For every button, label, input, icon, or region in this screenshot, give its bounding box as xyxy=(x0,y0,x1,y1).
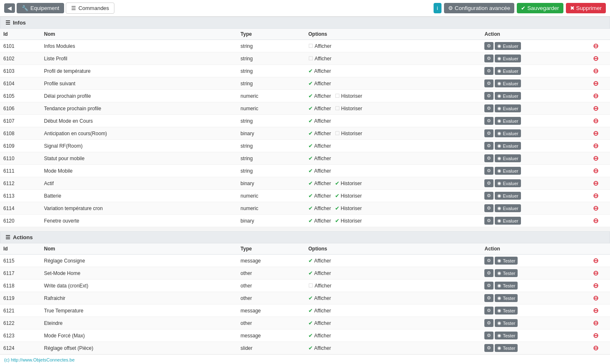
remove-button[interactable]: ⊖ xyxy=(593,344,598,352)
table-row: 6105 Délai prochain profile numeric ✔ Af… xyxy=(0,90,610,102)
tab-commands[interactable]: ☰ Commandes xyxy=(66,2,114,14)
remove-button[interactable]: ⊖ xyxy=(593,217,598,225)
row-id: 6112 xyxy=(0,177,41,190)
tester-button[interactable]: ◉ Tester xyxy=(495,269,518,277)
remove-button[interactable]: ⊖ xyxy=(593,179,598,187)
gear-button[interactable]: ⚙ xyxy=(484,179,493,187)
row-type: message xyxy=(237,305,305,317)
tester-button[interactable]: ◉ Tester xyxy=(495,294,518,302)
gear-button[interactable]: ⚙ xyxy=(484,104,493,112)
historiser-label: ✔ Historiser xyxy=(335,180,362,186)
evaluer-button[interactable]: ◉ Evaluer xyxy=(495,117,521,125)
gear-button[interactable]: ⚙ xyxy=(484,129,493,137)
evaluer-button[interactable]: ◉ Evaluer xyxy=(495,42,521,50)
row-action: ⚙ ◉ Evaluer xyxy=(481,65,590,77)
remove-button[interactable]: ⊖ xyxy=(593,42,598,50)
rss-icon: ◉ xyxy=(497,345,501,351)
evaluer-button[interactable]: ◉ Evaluer xyxy=(495,104,521,112)
gear-button[interactable]: ⚙ xyxy=(484,217,493,225)
remove-button[interactable]: ⊖ xyxy=(593,257,598,265)
table-row: 6124 Réglage offset (Pièce) slider ✔ Aff… xyxy=(0,342,610,354)
row-delete: ⊖ xyxy=(590,65,610,77)
tester-button[interactable]: ◉ Tester xyxy=(495,332,518,339)
remove-button[interactable]: ⊖ xyxy=(593,204,598,212)
gear-button[interactable]: ⚙ xyxy=(484,117,493,125)
remove-button[interactable]: ⊖ xyxy=(593,282,598,290)
evaluer-button[interactable]: ◉ Evaluer xyxy=(495,217,521,225)
info-button[interactable]: i xyxy=(434,3,441,13)
row-id: 6123 xyxy=(0,329,41,342)
gear-button[interactable]: ⚙ xyxy=(484,79,493,87)
gear-button[interactable]: ⚙ xyxy=(484,344,493,352)
action-buttons: ⚙ ◉ Evaluer xyxy=(484,142,586,150)
tab-equipment[interactable]: 🔧 Equipement xyxy=(17,3,64,13)
remove-button[interactable]: ⊖ xyxy=(593,294,598,302)
remove-button[interactable]: ⊖ xyxy=(593,104,598,112)
remove-button[interactable]: ⊖ xyxy=(593,154,598,162)
historiser-label: ✔ Historiser xyxy=(335,205,362,211)
row-action: ⚙ ◉ Tester xyxy=(481,329,590,342)
evaluer-button[interactable]: ◉ Evaluer xyxy=(495,54,521,62)
gear-button[interactable]: ⚙ xyxy=(484,319,493,327)
row-delete: ⊖ xyxy=(590,52,610,65)
tester-button[interactable]: ◉ Tester xyxy=(495,282,518,290)
remove-button[interactable]: ⊖ xyxy=(593,79,598,87)
gear-button[interactable]: ⚙ xyxy=(484,332,493,339)
tester-button[interactable]: ◉ Tester xyxy=(495,344,518,352)
evaluer-button[interactable]: ◉ Evaluer xyxy=(495,167,521,175)
tester-button[interactable]: ◉ Tester xyxy=(495,257,518,265)
gear-button[interactable]: ⚙ xyxy=(484,142,493,150)
row-options: ✔ Afficher ✔ Historiser xyxy=(305,190,481,202)
action-buttons: ⚙ ◉ Evaluer xyxy=(484,54,586,62)
row-id: 6108 xyxy=(0,127,41,140)
evaluer-button[interactable]: ◉ Evaluer xyxy=(495,179,521,187)
gear-button[interactable]: ⚙ xyxy=(484,42,493,50)
remove-button[interactable]: ⊖ xyxy=(593,129,598,137)
rss-icon: ◉ xyxy=(497,333,501,338)
remove-button[interactable]: ⊖ xyxy=(593,192,598,200)
remove-button[interactable]: ⊖ xyxy=(593,319,598,327)
evaluer-button[interactable]: ◉ Evaluer xyxy=(495,67,521,75)
remove-button[interactable]: ⊖ xyxy=(593,332,598,339)
gear-button[interactable]: ⚙ xyxy=(484,294,493,302)
config-button[interactable]: ⚙ Configuration avancée xyxy=(444,3,514,13)
remove-button[interactable]: ⊖ xyxy=(593,269,598,277)
gear-button[interactable]: ⚙ xyxy=(484,282,493,290)
gear-button[interactable]: ⚙ xyxy=(484,167,493,175)
row-action: ⚙ ◉ Tester xyxy=(481,317,590,329)
table-row: 6119 Rafraichir other ✔ Afficher ⚙ ◉ Tes… xyxy=(0,292,610,305)
gear-button[interactable]: ⚙ xyxy=(484,269,493,277)
gear-button[interactable]: ⚙ xyxy=(484,92,493,100)
row-type: other xyxy=(237,267,305,280)
commands-icon: ☰ xyxy=(71,5,76,11)
table-row: 6117 Set-Mode Home other ✔ Afficher ⚙ ◉ … xyxy=(0,267,610,280)
remove-button[interactable]: ⊖ xyxy=(593,67,598,75)
evaluer-button[interactable]: ◉ Evaluer xyxy=(495,192,521,200)
remove-button[interactable]: ⊖ xyxy=(593,117,598,125)
gear-button[interactable]: ⚙ xyxy=(484,154,493,162)
tester-button[interactable]: ◉ Tester xyxy=(495,319,518,327)
gear-button[interactable]: ⚙ xyxy=(484,204,493,212)
remove-button[interactable]: ⊖ xyxy=(593,142,598,150)
tester-button[interactable]: ◉ Tester xyxy=(495,307,518,314)
evaluer-button[interactable]: ◉ Evaluer xyxy=(495,204,521,212)
remove-button[interactable]: ⊖ xyxy=(593,54,598,62)
action-buttons: ⚙ ◉ Evaluer xyxy=(484,192,586,200)
remove-button[interactable]: ⊖ xyxy=(593,307,598,314)
gear-button[interactable]: ⚙ xyxy=(484,67,493,75)
evaluer-button[interactable]: ◉ Evaluer xyxy=(495,92,521,100)
remove-button[interactable]: ⊖ xyxy=(593,92,598,100)
evaluer-button[interactable]: ◉ Evaluer xyxy=(495,129,521,137)
remove-button[interactable]: ⊖ xyxy=(593,167,598,175)
evaluer-button[interactable]: ◉ Evaluer xyxy=(495,79,521,87)
save-button[interactable]: ✔ Sauvegarder xyxy=(517,3,563,13)
gear-button[interactable]: ⚙ xyxy=(484,192,493,200)
evaluer-button[interactable]: ◉ Evaluer xyxy=(495,154,521,162)
gear-button[interactable]: ⚙ xyxy=(484,307,493,314)
back-button[interactable]: ◀ xyxy=(4,3,15,13)
delete-button[interactable]: ✖ Supprimer xyxy=(566,3,606,13)
gear-button[interactable]: ⚙ xyxy=(484,54,493,62)
evaluer-button[interactable]: ◉ Evaluer xyxy=(495,142,521,150)
afficher-label: ✔ Afficher xyxy=(308,68,331,74)
gear-button[interactable]: ⚙ xyxy=(484,257,493,265)
